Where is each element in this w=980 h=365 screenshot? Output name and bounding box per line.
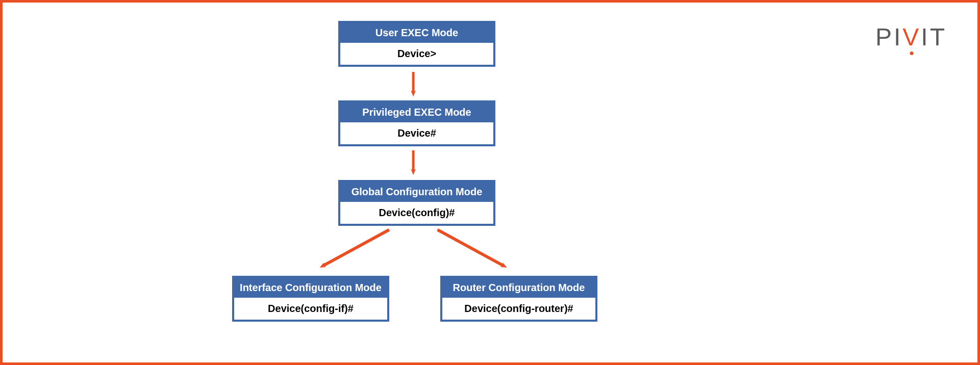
node-title: Global Configuration Mode [340, 182, 493, 202]
node-title: User EXEC Mode [340, 23, 493, 43]
node-prompt: Device> [340, 43, 493, 65]
arrow-down-right-icon [437, 230, 504, 266]
node-title: Interface Configuration Mode [234, 278, 387, 298]
brand-logo: PIVIT [875, 23, 947, 51]
logo-part-v: V [902, 23, 921, 50]
logo-part-it: IT [921, 23, 947, 50]
node-prompt: Device(config-if)# [234, 298, 387, 320]
node-prompt: Device(config)# [340, 202, 493, 224]
node-interface-config: Interface Configuration Mode Device(conf… [232, 276, 389, 322]
node-prompt: Device(config-router)# [442, 298, 595, 320]
node-prompt: Device# [340, 122, 493, 144]
node-title: Privileged EXEC Mode [340, 102, 493, 122]
node-user-exec: User EXEC Mode Device> [338, 21, 495, 67]
logo-part-pi: PI [875, 23, 902, 50]
node-global-config: Global Configuration Mode Device(config)… [338, 180, 495, 226]
diagram-frame: PIVIT User EXEC Mode Device> Privileged … [0, 0, 980, 365]
arrow-down-left-icon [323, 230, 389, 266]
node-privileged-exec: Privileged EXEC Mode Device# [338, 100, 495, 146]
node-title: Router Configuration Mode [442, 278, 595, 298]
logo-dot-icon [910, 51, 914, 55]
node-router-config: Router Configuration Mode Device(config-… [440, 276, 597, 322]
